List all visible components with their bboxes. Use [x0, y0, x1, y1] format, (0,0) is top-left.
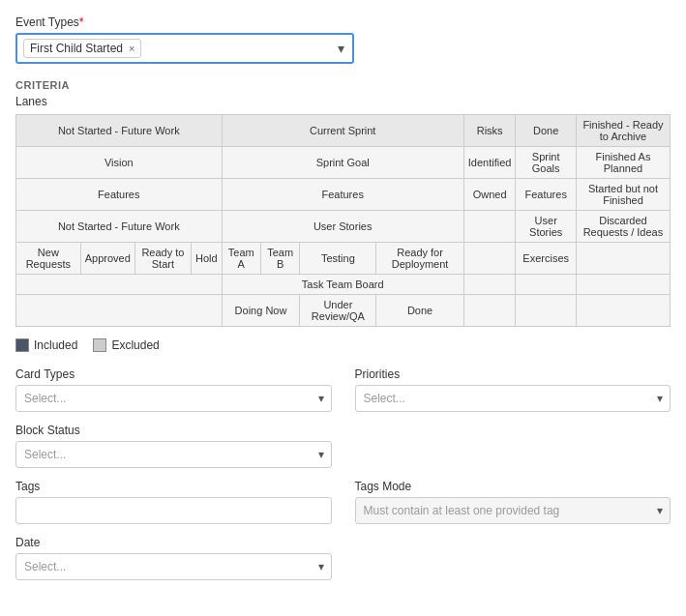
block-status-label: Block Status [15, 424, 332, 437]
date-select[interactable]: Select... [15, 553, 332, 580]
lane-ready-to-start[interactable]: Ready to Start [134, 243, 191, 275]
cell-user-stories-right[interactable]: User Stories [516, 211, 576, 243]
tag-close-button[interactable]: × [129, 43, 134, 54]
task-board-header-row: Task Team Board [16, 275, 671, 295]
cell-user-stories-mid[interactable]: User Stories [222, 211, 463, 243]
tags-input[interactable] [15, 497, 332, 524]
task-col-under-review[interactable]: Under Review/QA [300, 295, 376, 327]
cell-discarded[interactable]: Discarded Requests / Ideas [576, 211, 670, 243]
event-types-label: Event Types* [15, 15, 671, 29]
event-types-input-container[interactable]: First Child Started × ▾ [15, 33, 354, 64]
cell-risks-empty [463, 211, 516, 243]
top-header-row: Not Started - Future Work Current Sprint… [16, 115, 671, 147]
task-columns-row: Doing Now Under Review/QA Done [16, 295, 671, 327]
lane-exercises[interactable]: Exercises [516, 243, 576, 275]
required-indicator: * [79, 15, 84, 29]
card-types-select[interactable]: Select... [15, 385, 332, 412]
lanes-label: Lanes [15, 95, 671, 108]
row-user-stories: Not Started - Future Work User Stories U… [16, 211, 671, 243]
included-label: Included [34, 338, 77, 352]
task-board-empty-left [16, 275, 223, 295]
lane-new-requests[interactable]: New Requests [16, 243, 81, 275]
task-board-empty-done [516, 275, 576, 295]
card-types-group: Card Types Select... ▾ [15, 367, 332, 412]
criteria-section: CRITERIA Lanes Not Started - Future Work… [15, 79, 671, 352]
filter-form: Card Types Select... ▾ Priorities Select… [15, 367, 671, 580]
criteria-title: CRITERIA [15, 79, 671, 91]
col-current-sprint[interactable]: Current Sprint [222, 115, 463, 147]
row-vision: Vision Sprint Goal Identified Sprint Goa… [16, 147, 671, 179]
block-status-group: Block Status Select... ▾ [15, 424, 332, 468]
lane-ready-deployment[interactable]: Ready for Deployment [376, 243, 464, 275]
legend: Included Excluded [15, 338, 671, 352]
cell-owned[interactable]: Owned [463, 179, 516, 211]
tags-group: Tags [15, 480, 332, 524]
event-types-section: Event Types* First Child Started × ▾ [15, 15, 671, 64]
cell-identified[interactable]: Identified [463, 147, 516, 179]
lane-approved[interactable]: Approved [80, 243, 134, 275]
lane-archive-empty [576, 243, 670, 275]
task-board-empty-risks [463, 275, 516, 295]
col-not-started[interactable]: Not Started - Future Work [16, 115, 223, 147]
priorities-label: Priorities [355, 367, 671, 381]
tags-mode-group: Tags Mode Must contain at least one prov… [355, 480, 671, 524]
cell-features-right[interactable]: Features [516, 179, 576, 211]
block-status-wrapper: Select... ▾ [15, 441, 332, 468]
cell-features-left[interactable]: Features [16, 179, 223, 211]
priorities-select[interactable]: Select... [355, 385, 671, 412]
task-col-done[interactable]: Done [376, 295, 464, 327]
date-group: Date Select... ▾ [15, 536, 332, 580]
col-finished[interactable]: Finished - Ready to Archive [576, 115, 670, 147]
legend-excluded: Excluded [93, 338, 159, 352]
task-board-empty-archive [576, 275, 670, 295]
date-wrapper: Select... ▾ [15, 553, 332, 580]
task-col-empty-risks [463, 295, 516, 327]
task-col-doing-now[interactable]: Doing Now [222, 295, 300, 327]
date-label: Date [15, 536, 332, 549]
cell-vision[interactable]: Vision [16, 147, 223, 179]
cell-not-started-future[interactable]: Not Started - Future Work [16, 211, 223, 243]
block-status-select[interactable]: Select... [15, 441, 332, 468]
priorities-wrapper: Select... ▾ [355, 385, 671, 412]
lane-testing[interactable]: Testing [300, 243, 376, 275]
col-done[interactable]: Done [516, 115, 576, 147]
lane-team-b[interactable]: Team B [260, 243, 300, 275]
lanes-board-table: Not Started - Future Work Current Sprint… [15, 114, 671, 327]
tags-label: Tags [15, 480, 332, 493]
lane-hold[interactable]: Hold [191, 243, 222, 275]
lane-team-a[interactable]: Team A [222, 243, 260, 275]
tag-label: First Child Started [30, 42, 123, 55]
cell-features-mid[interactable]: Features [222, 179, 463, 211]
event-types-dropdown-arrow[interactable]: ▾ [338, 41, 344, 56]
selected-tag: First Child Started × [23, 39, 141, 58]
legend-included: Included [15, 338, 77, 352]
priorities-group: Priorities Select... ▾ [355, 367, 671, 412]
excluded-label: Excluded [111, 338, 159, 352]
tags-mode-label: Tags Mode [355, 480, 671, 493]
lane-risks-empty2 [463, 243, 516, 275]
excluded-box [93, 338, 106, 352]
cell-sprint-goal[interactable]: Sprint Goal [222, 147, 463, 179]
task-col-empty-archive [576, 295, 670, 327]
card-types-wrapper: Select... ▾ [15, 385, 332, 412]
lane-names-row: New Requests Approved Ready to Start Hol… [16, 243, 671, 275]
task-board-label[interactable]: Task Team Board [222, 275, 463, 295]
cell-finished-as-planned[interactable]: Finished As Planned [576, 147, 670, 179]
card-types-label: Card Types [15, 367, 332, 381]
col-risks[interactable]: Risks [463, 115, 516, 147]
empty-grid-cell [355, 424, 671, 468]
task-col-empty-left [16, 295, 223, 327]
tags-mode-select[interactable]: Must contain at least one provided tag [355, 497, 671, 524]
task-col-empty-done [516, 295, 576, 327]
event-types-text-input[interactable] [145, 42, 346, 55]
cell-started-not-finished[interactable]: Started but not Finished [576, 179, 670, 211]
row-features: Features Features Owned Features Started… [16, 179, 671, 211]
tags-mode-wrapper: Must contain at least one provided tag ▾ [355, 497, 671, 524]
included-box [15, 338, 29, 352]
cell-sprint-goals[interactable]: Sprint Goals [516, 147, 576, 179]
